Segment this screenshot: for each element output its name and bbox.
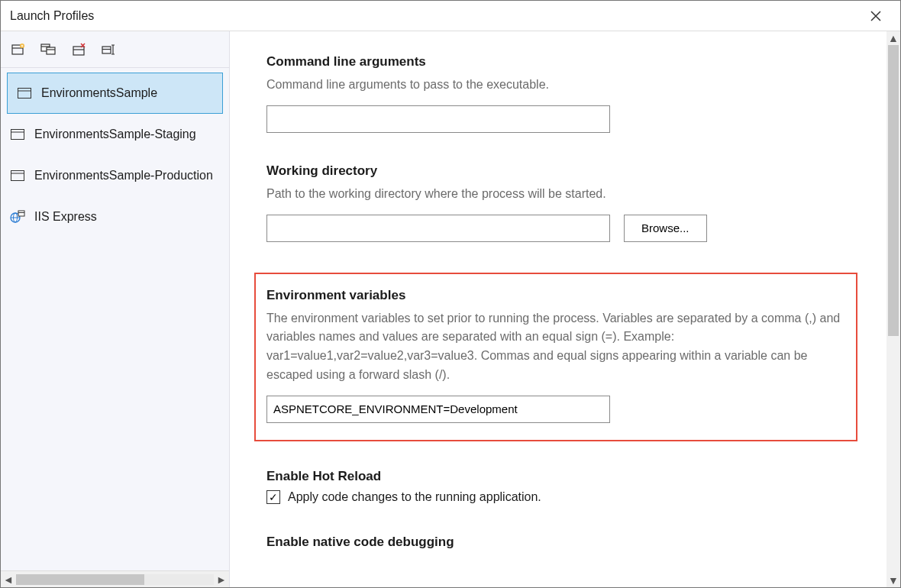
browse-button[interactable]: Browse... [624,215,707,242]
close-button[interactable] [861,1,891,31]
dialog-body: EnvironmentsSample EnvironmentsSample-St… [1,31,900,587]
window-icon [17,87,32,99]
profile-item-iis-express[interactable]: IIS Express [1,196,229,237]
profile-item-environments-sample[interactable]: EnvironmentsSample [7,73,223,114]
section-title: Environment variables [266,288,845,303]
delete-profile-button[interactable] [69,40,89,60]
svg-rect-21 [18,211,24,216]
svg-rect-5 [47,47,55,54]
hot-reload-checkbox-row[interactable]: ✓ Apply code changes to the running appl… [266,490,850,504]
close-icon [870,11,881,21]
iis-icon [10,211,25,223]
profile-item-environments-sample-staging[interactable]: EnvironmentsSample-Staging [1,114,229,155]
window-icon [10,128,25,141]
rename-profile-icon [102,44,118,56]
section-hot-reload: Enable Hot Reload ✓ Apply code changes t… [266,469,850,504]
section-title: Working directory [266,163,850,179]
window-icon [10,170,25,182]
sidebar-toolbar [1,31,229,68]
vertical-scrollbar[interactable]: ▲ ▼ [886,31,900,587]
profile-label: EnvironmentsSample [41,86,157,100]
profile-label: IIS Express [34,210,97,224]
hscroll-track[interactable] [16,574,214,585]
scroll-up-button[interactable]: ▲ [886,31,900,45]
titlebar: Launch Profiles [1,1,900,31]
section-title: Command line arguments [266,54,850,69]
vscroll-track[interactable] [886,45,900,573]
section-title: Enable native code debugging [266,535,850,550]
section-description: Path to the working directory where the … [266,185,850,204]
profile-label: EnvironmentsSample-Production [34,169,213,183]
command-line-arguments-input[interactable] [266,105,610,133]
svg-rect-9 [102,47,111,53]
checkmark-icon: ✓ [269,492,278,502]
vscroll-thumb[interactable] [888,45,899,336]
hot-reload-checkbox[interactable]: ✓ [266,490,280,504]
new-profile-button[interactable] [8,40,28,60]
profile-label: EnvironmentsSample-Staging [34,128,196,141]
scroll-down-button[interactable]: ▼ [886,573,900,587]
svg-rect-14 [11,130,24,140]
profile-item-environments-sample-production[interactable]: EnvironmentsSample-Production [1,155,229,196]
main-scroll-area: Command line arguments Command line argu… [230,31,886,587]
sidebar: EnvironmentsSample EnvironmentsSample-St… [1,31,230,587]
section-title: Enable Hot Reload [266,469,850,484]
checkbox-label: Apply code changes to the running applic… [288,490,541,504]
main-panel: Command line arguments Command line argu… [230,31,900,587]
section-command-line-arguments: Command line arguments Command line argu… [266,54,850,133]
delete-profile-icon [72,43,87,57]
duplicate-profile-icon [40,44,57,56]
working-directory-input[interactable] [266,215,610,242]
section-environment-variables: Environment variables The environment va… [254,273,857,441]
section-native-debugging: Enable native code debugging [266,535,850,550]
scroll-left-button[interactable]: ◄ [1,571,16,587]
svg-rect-7 [73,47,84,55]
svg-rect-12 [18,89,31,99]
scroll-right-button[interactable]: ► [214,571,229,587]
rename-profile-button[interactable] [100,40,120,60]
section-description: The environment variables to set prior t… [266,309,845,385]
svg-rect-16 [11,171,24,181]
sidebar-horizontal-scrollbar[interactable]: ◄ ► [1,570,229,587]
environment-variables-input[interactable] [266,396,610,423]
profile-list: EnvironmentsSample EnvironmentsSample-St… [1,68,229,570]
hscroll-thumb[interactable] [16,574,144,585]
duplicate-profile-button[interactable] [39,40,59,60]
section-working-directory: Working directory Path to the working di… [266,163,850,242]
dialog-title: Launch Profiles [10,9,94,23]
section-description: Command line arguments to pass to the ex… [266,76,850,95]
new-profile-icon [11,44,26,56]
